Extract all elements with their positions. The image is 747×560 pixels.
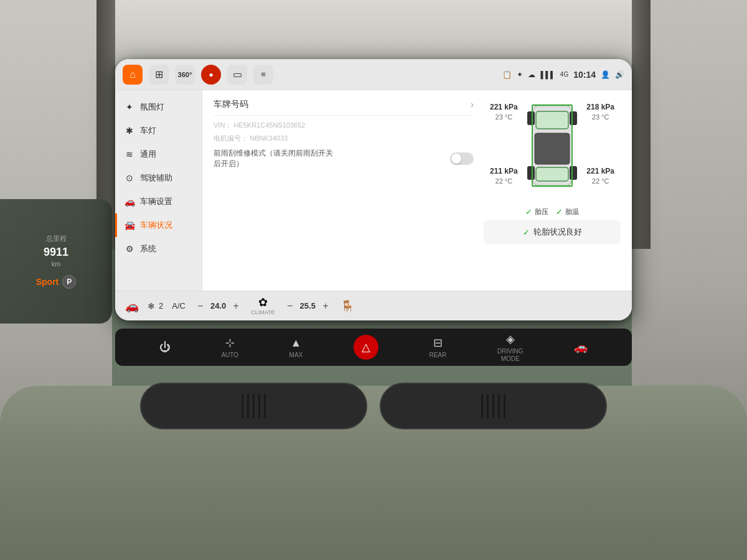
screen-topbar: ⌂ ⊞ 360° ● ▭ ≡ 📋 ✦ ☁ ▌▌▌ 4G 10:14 👤 🔊 <box>115 59 632 90</box>
svg-rect-1 <box>536 111 568 129</box>
home-nav-button[interactable]: ⌂ <box>123 65 143 85</box>
plate-row[interactable]: 车牌号码 › <box>214 99 474 116</box>
heat-max-label: MAX <box>289 352 303 358</box>
sidebar-item-lights[interactable]: ✱ 车灯 <box>115 119 202 142</box>
fan-button-icon: ⊹ <box>225 336 235 350</box>
vents-area <box>115 373 632 442</box>
fan-speed-value: 2 <box>159 301 163 310</box>
odometer-unit: km <box>52 260 61 268</box>
temp-check-icon: ✓ <box>556 207 563 217</box>
driving-mode-icon: ◈ <box>506 332 515 346</box>
tire-front-right: 218 kPa 23 °C <box>586 102 614 122</box>
main-content: 车牌号码 › VIN： HE5KR1C45NS103652 电机编号： NBNK… <box>202 90 632 291</box>
svg-rect-7 <box>570 166 577 180</box>
right-pillar <box>632 0 651 249</box>
ac-toggle[interactable]: A/C <box>172 301 186 310</box>
sidebar-item-system[interactable]: ⚙ 系统 <box>115 237 202 261</box>
car-climate-icon: 🚗 <box>125 299 139 313</box>
power-button[interactable]: ⏻ <box>159 341 171 354</box>
system-icon: ⚙ <box>124 244 135 254</box>
climate-center-icon[interactable]: ✿ CLIMATE <box>251 296 275 316</box>
vent-slat <box>247 394 249 419</box>
tire-pressure-status: ✓ 胎压 <box>525 207 548 217</box>
vent-slat <box>487 394 489 419</box>
sidebar-item-ambient[interactable]: ✦ 氛围灯 <box>115 95 202 119</box>
ok-check-icon: ✓ <box>523 228 530 237</box>
pressure-label: 胎压 <box>535 207 548 217</box>
hazard-button[interactable]: △ <box>354 335 378 360</box>
tire-status-row: ✓ 胎压 ✓ 胎温 <box>484 207 621 217</box>
sidebar: ✦ 氛围灯 ✱ 车灯 ≋ 通用 ⊙ 驾驶辅助 🚗 车辆设置 🚘 车辆状况 <box>115 90 202 291</box>
vehicle-status-icon: 🚘 <box>124 220 135 230</box>
extra-icon: 🚗 <box>574 340 588 354</box>
vent-slat <box>481 394 483 419</box>
ambient-icon: ✦ <box>124 102 135 112</box>
vin-value: HE5KR1C45NS103652 <box>233 121 305 129</box>
tire-fr-pressure: 218 kPa <box>586 102 614 113</box>
screen-nav-button[interactable]: ▭ <box>227 65 247 85</box>
volume-icon: 🔊 <box>615 70 624 79</box>
tire-rear-right: 221 kPa 22 °C <box>586 166 614 186</box>
user-icon: 👤 <box>601 70 610 79</box>
general-icon: ≋ <box>124 149 135 159</box>
fan-auto-button[interactable]: ⊹ AUTO <box>221 336 238 358</box>
nav-icons-group: ⌂ ⊞ 360° ● ▭ ≡ <box>123 65 495 85</box>
svg-rect-2 <box>535 133 570 164</box>
extra-button[interactable]: 🚗 <box>574 340 588 354</box>
tire-rl-temp: 22 °C <box>490 177 518 186</box>
right-temp-plus[interactable]: + <box>319 301 332 312</box>
tire-front-left: 221 kPa 23 °C <box>490 102 518 122</box>
odometer-value: 9911 <box>44 246 68 259</box>
wiper-label: 前雨刮维修模式（请关闭前雨刮开关后开启） <box>214 148 338 169</box>
drive-mode-display: Sport P <box>36 275 77 289</box>
network-type: 4G <box>560 71 568 78</box>
fan-auto-label: AUTO <box>221 352 238 358</box>
radio-nav-button[interactable]: ● <box>201 65 221 85</box>
sidebar-label-vehicle-settings: 车辆设置 <box>140 196 172 207</box>
heat-icon: ▲ <box>291 337 302 350</box>
settings-nav-button[interactable]: ≡ <box>253 65 273 85</box>
fan-icon: ❄ <box>148 301 155 311</box>
sidebar-label-lights: 车灯 <box>140 125 156 136</box>
left-temp-plus[interactable]: + <box>230 301 242 312</box>
vent-slat <box>498 394 500 419</box>
info-panel: 车牌号码 › VIN： HE5KR1C45NS103652 电机编号： NBNK… <box>214 99 474 282</box>
vehicle-settings-icon: 🚗 <box>124 197 135 207</box>
cloud-icon: ☁ <box>528 70 535 79</box>
right-vent <box>380 383 607 429</box>
wiper-toggle[interactable] <box>450 152 474 165</box>
bluetooth-icon: ✦ <box>517 70 523 79</box>
drive-mode-text: Sport <box>36 277 59 287</box>
temp-label: 胎温 <box>565 207 579 217</box>
plate-arrow: › <box>471 99 474 110</box>
left-vent-slats <box>242 394 266 419</box>
screen-body: ✦ 氛围灯 ✱ 车灯 ≋ 通用 ⊙ 驾驶辅助 🚗 车辆设置 🚘 车辆状况 <box>115 90 632 291</box>
vent-slat <box>504 394 505 419</box>
vin-field: VIN： HE5KR1C45NS103652 <box>214 121 474 130</box>
vent-slat <box>258 394 260 419</box>
infotainment-screen: ⌂ ⊞ 360° ● ▭ ≡ 📋 ✦ ☁ ▌▌▌ 4G 10:14 👤 🔊 ✦ … <box>115 59 632 320</box>
sidebar-item-assist[interactable]: ⊙ 驾驶辅助 <box>115 166 202 190</box>
fan-speed-control[interactable]: ❄ 2 <box>148 301 163 311</box>
tire-ok-box: ✓ 轮胎状况良好 <box>484 220 621 244</box>
pressure-check-icon: ✓ <box>525 207 532 217</box>
plate-label: 车牌号码 <box>214 99 248 110</box>
status-bar: 📋 ✦ ☁ ▌▌▌ 4G 10:14 👤 🔊 <box>502 70 624 80</box>
heat-max-button[interactable]: ▲ MAX <box>289 337 303 358</box>
sidebar-item-vehicle-settings[interactable]: 🚗 车辆设置 <box>115 190 202 213</box>
tire-rr-temp: 22 °C <box>586 177 614 186</box>
left-temp-minus[interactable]: − <box>194 301 207 312</box>
sidebar-item-vehicle-status[interactable]: 🚘 车辆状况 <box>115 213 202 237</box>
car-top-view <box>527 99 577 192</box>
seat-heat-icon[interactable]: 🪑 <box>341 299 354 313</box>
sidebar-item-general[interactable]: ≋ 通用 <box>115 142 202 166</box>
odometer-label: 总里程 <box>46 234 67 243</box>
driving-mode-button[interactable]: ◈ DRIVINGMODE <box>497 332 524 363</box>
360-nav-button[interactable]: 360° <box>175 65 195 85</box>
right-temp-minus[interactable]: − <box>284 301 296 312</box>
grid-nav-button[interactable]: ⊞ <box>149 65 169 85</box>
rear-defroster-button[interactable]: ⊟ REAR <box>429 336 446 358</box>
rear-label: REAR <box>429 352 446 358</box>
sidebar-label-general: 通用 <box>140 149 156 160</box>
left-temp-value: 24.0 <box>210 301 226 310</box>
